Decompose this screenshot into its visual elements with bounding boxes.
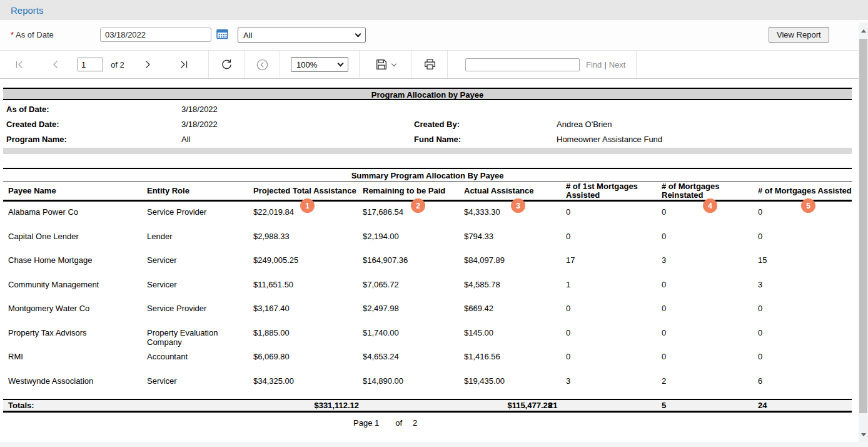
table-row: Community ManagementServicer$11,651.50$7… bbox=[3, 277, 852, 301]
table-cell: 2 bbox=[662, 376, 758, 386]
refresh-icon[interactable] bbox=[218, 56, 235, 73]
reports-breadcrumb[interactable]: Reports bbox=[11, 5, 44, 16]
column-header: # of 1st Mortgages Assisted bbox=[566, 182, 662, 200]
table-cell: Service Provider bbox=[147, 207, 253, 217]
table-cell: Property Evaluation Company bbox=[147, 328, 253, 347]
previous-page-icon[interactable] bbox=[49, 58, 63, 71]
created-date-value: 3/18/2022 bbox=[181, 120, 414, 129]
column-header: # of Mortgages Reinstated bbox=[662, 182, 758, 200]
toolbar-divider bbox=[636, 51, 637, 78]
table-cell: $145.00 bbox=[464, 328, 566, 337]
table-cell: 0 bbox=[758, 328, 852, 337]
vertical-scrollbar[interactable] bbox=[859, 23, 868, 442]
parameter-bar: *As of Date All View Report bbox=[0, 21, 868, 50]
column-header: Actual Assistance bbox=[464, 187, 566, 195]
table-cell: 0 bbox=[662, 328, 758, 337]
summary-table: Summary Program Allocation By Payee Paye… bbox=[3, 168, 852, 428]
page-number-label: Page 1 bbox=[353, 418, 379, 428]
table-cell: $6,069.80 bbox=[253, 352, 363, 361]
current-page-input[interactable] bbox=[78, 58, 103, 71]
table-cell: $3,167.40 bbox=[253, 304, 363, 313]
fund-name-label: Fund Name: bbox=[414, 135, 557, 144]
table-cell: $1,416.56 bbox=[464, 352, 566, 361]
table-cell: Westwynde Association bbox=[8, 376, 147, 386]
calendar-icon[interactable] bbox=[216, 28, 230, 41]
table-cell: 17 bbox=[566, 255, 662, 265]
reinstated-total: 5 bbox=[662, 401, 758, 410]
total-pages-label: 2 bbox=[413, 418, 417, 428]
meta-row: Program Name: All Fund Name: Homeowner A… bbox=[3, 131, 852, 146]
find-link[interactable]: Find bbox=[586, 60, 602, 69]
table-cell: $34,325.00 bbox=[253, 376, 363, 386]
report-toolbar: of 2 100% bbox=[0, 50, 868, 79]
find-next-controls: Find|Next bbox=[586, 60, 625, 69]
program-name-value: All bbox=[181, 135, 414, 144]
table-cell: $2,497.98 bbox=[363, 304, 464, 313]
table-cell: $794.33 bbox=[464, 232, 566, 241]
table-cell: Montgomery Water Co bbox=[8, 304, 147, 313]
table-cell: $19,435.00 bbox=[464, 376, 566, 386]
table-cell: Capital One Lender bbox=[8, 232, 147, 241]
annotation-badge-3: 3 bbox=[511, 198, 525, 213]
scrollbar-thumb[interactable] bbox=[859, 39, 867, 413]
next-page-icon[interactable] bbox=[141, 58, 154, 71]
table-cell: $4,585.78 bbox=[464, 280, 566, 289]
table-cell: 3 bbox=[758, 280, 852, 289]
table-cell: 0 bbox=[566, 207, 662, 217]
app-header: Reports bbox=[0, 0, 868, 21]
first-page-icon[interactable] bbox=[13, 58, 26, 71]
find-next-separator: | bbox=[604, 60, 606, 69]
next-link[interactable]: Next bbox=[609, 60, 626, 69]
table-body: Alabama Power CoService Provider$22,019.… bbox=[3, 204, 852, 397]
meta-row: Created Date: 3/18/2022 Created By: Andr… bbox=[3, 116, 852, 131]
table-cell: $14,890.00 bbox=[363, 376, 464, 386]
table-cell: RMI bbox=[8, 352, 147, 361]
zoom-select[interactable]: 100% bbox=[291, 57, 348, 72]
table-cell: 0 bbox=[662, 280, 758, 289]
assisted-total: 24 bbox=[758, 401, 852, 410]
chevron-down-icon bbox=[355, 31, 361, 37]
report-canvas: Program Allocation by Payee As of Date: … bbox=[3, 88, 852, 428]
back-icon[interactable] bbox=[254, 56, 271, 73]
table-cell: 15 bbox=[758, 255, 852, 265]
pagination-controls: of 2 bbox=[0, 51, 208, 78]
report-title: Program Allocation by Payee bbox=[3, 88, 852, 100]
table-cell: Service Provider bbox=[147, 304, 253, 313]
table-cell: 1 bbox=[566, 280, 662, 289]
table-cell: $84,097.89 bbox=[464, 255, 566, 265]
table-header-row: Payee NameEntity RoleProjected Total Ass… bbox=[3, 182, 852, 202]
table-cell: 3 bbox=[566, 376, 662, 386]
last-page-icon[interactable] bbox=[177, 58, 191, 71]
created-by-value: Andrea O'Brien bbox=[557, 120, 612, 129]
annotation-badge-2: 2 bbox=[411, 198, 425, 213]
find-input[interactable] bbox=[465, 58, 580, 71]
annotation-badge-5: 5 bbox=[801, 198, 815, 213]
print-icon[interactable] bbox=[422, 57, 438, 72]
table-cell: 0 bbox=[758, 352, 852, 361]
required-marker: * bbox=[11, 30, 14, 39]
program-filter-value: All bbox=[243, 31, 252, 40]
save-icon[interactable] bbox=[374, 57, 398, 72]
table-cell: $4,653.24 bbox=[363, 352, 464, 361]
table-totals-row: Totals: $331,112.12 $115,477.28 21 5 24 bbox=[3, 399, 852, 413]
fund-name-value: Homeowner Assistance Fund bbox=[557, 135, 662, 144]
table-cell: Accountant bbox=[147, 352, 253, 361]
table-row: Chase Home MortgageServicer$249,005.25$1… bbox=[3, 252, 852, 277]
table-cell: $2,988.33 bbox=[253, 232, 363, 241]
table-cell: 0 bbox=[566, 352, 662, 361]
table-cell: 0 bbox=[662, 352, 758, 361]
program-filter-select[interactable]: All bbox=[238, 28, 366, 43]
view-report-button[interactable]: View Report bbox=[769, 27, 829, 43]
as-of-date-input[interactable] bbox=[100, 28, 211, 42]
report-metadata: As of Date: 3/18/2022 Created Date: 3/18… bbox=[3, 101, 852, 146]
totals-label: Totals: bbox=[8, 401, 147, 410]
created-by-label: Created By: bbox=[414, 120, 557, 129]
table-cell: $1,885.00 bbox=[253, 328, 363, 337]
column-header: Projected Total Assistance bbox=[253, 187, 363, 195]
table-cell: $1,740.00 bbox=[363, 328, 464, 337]
horizontal-scrollbar-track[interactable] bbox=[0, 442, 868, 447]
table-cell: 0 bbox=[758, 304, 852, 313]
table-cell: 0 bbox=[758, 232, 852, 241]
scroll-down-icon[interactable] bbox=[859, 430, 868, 439]
scroll-up-icon[interactable] bbox=[859, 26, 868, 36]
